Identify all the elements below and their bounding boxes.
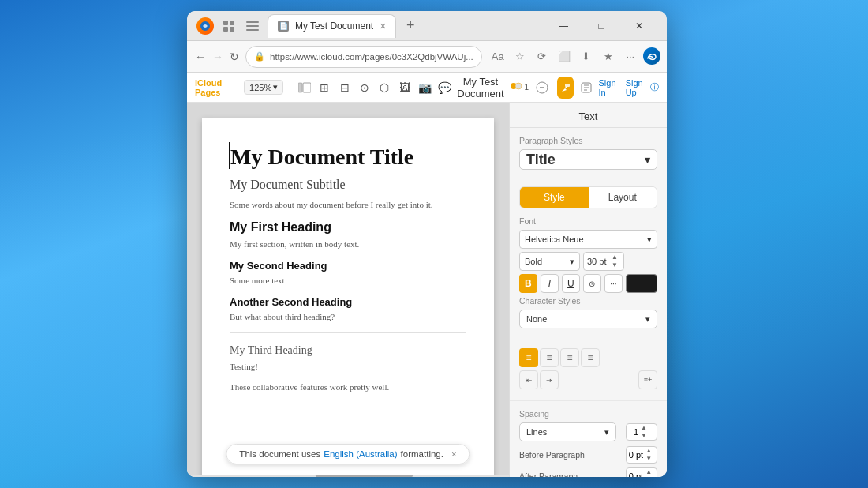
- svg-rect-9: [303, 83, 311, 92]
- more-options-icon[interactable]: ···: [621, 47, 640, 66]
- pages-toolbar: iCloud Pages 125% ▾ ⊞ ⊟ ⊙ ⬡ 🖼 📷 💬 My Tes…: [187, 73, 667, 103]
- more-text-btn[interactable]: ···: [604, 274, 623, 293]
- line-spacing-row: Lines ▾ 1 ▲ ▼: [519, 422, 657, 441]
- section-divider: [230, 332, 466, 333]
- forward-button[interactable]: →: [212, 47, 223, 66]
- url-bar[interactable]: 🔒 https://www.icloud.com/pages/0c3X2Qdbj…: [245, 46, 482, 68]
- spacing-value-control[interactable]: 1 ▲ ▼: [626, 423, 657, 441]
- after-para-down[interactable]: ▼: [643, 476, 654, 477]
- heading-2: My Second Heading: [230, 260, 466, 272]
- sign-in-link[interactable]: Sign In: [598, 78, 615, 97]
- insert-shape-btn[interactable]: ⬡: [377, 77, 392, 98]
- outdent-btn[interactable]: ⇤: [519, 370, 538, 389]
- layout-tab[interactable]: Layout: [589, 187, 657, 208]
- right-panel: Text Paragraph Styles Title ▾ Style Layo…: [509, 103, 667, 477]
- document-page[interactable]: My Document Title My Document Subtitle S…: [202, 118, 494, 475]
- text-color-swatch[interactable]: [626, 274, 657, 293]
- font-name-dropdown[interactable]: Helvetica Neue ▾: [519, 230, 657, 249]
- font-weight-value: Bold: [525, 257, 542, 266]
- document-title-text: My Document Title: [230, 142, 466, 170]
- browser-icon: [196, 17, 214, 35]
- notification-bar: This document uses English (Australia) f…: [226, 444, 470, 464]
- zoom-level: 125%: [249, 83, 271, 92]
- zoom-chevron-icon: ▾: [273, 82, 278, 92]
- before-para-spinners: ▲ ▼: [643, 447, 654, 463]
- after-para-spinners: ▲ ▼: [643, 468, 654, 477]
- document-intro-text: Some words about my document before I re…: [230, 200, 466, 209]
- tab-bar: 📄 My Test Document × +: [268, 14, 539, 38]
- align-right-btn[interactable]: ≡: [560, 348, 579, 367]
- style-layout-section: Style Layout Font Helvetica Neue ▾ Bold: [510, 178, 667, 340]
- bold-button[interactable]: B: [519, 274, 537, 293]
- active-tab[interactable]: 📄 My Test Document ×: [268, 14, 396, 38]
- insert-table-btn[interactable]: ⊟: [337, 77, 352, 98]
- refresh-button[interactable]: ↻: [230, 47, 239, 66]
- underline-button[interactable]: U: [562, 274, 580, 293]
- after-para-up[interactable]: ▲: [643, 468, 654, 476]
- sign-up-link[interactable]: Sign Up: [626, 78, 645, 97]
- spacing-type-dropdown[interactable]: Lines ▾: [519, 422, 616, 441]
- split-view-icon[interactable]: ⬜: [555, 47, 574, 66]
- before-para-down[interactable]: ▼: [643, 455, 654, 463]
- font-weight-dropdown[interactable]: Bold ▾: [519, 252, 580, 271]
- font-size-spinners: ▲ ▼: [609, 253, 620, 269]
- spacing-up[interactable]: ▲: [638, 424, 649, 432]
- icloud-pages-logo: iCloud Pages: [195, 78, 236, 97]
- after-para-label: After Paragraph: [519, 471, 578, 477]
- font-name-row: Helvetica Neue ▾: [519, 230, 657, 249]
- document-title: My Test Document: [457, 76, 503, 99]
- collections-nav-icon[interactable]: ★: [599, 47, 618, 66]
- spacing-spinners: ▲ ▼: [638, 424, 649, 440]
- reader-mode-icon[interactable]: Aa: [488, 47, 507, 66]
- spacing-label: Spacing: [519, 409, 657, 419]
- insert-chart-btn[interactable]: ⊙: [357, 77, 372, 98]
- download-icon[interactable]: ⬇: [577, 47, 596, 66]
- after-para-control[interactable]: 0 pt ▲ ▼: [626, 467, 657, 477]
- before-para-control[interactable]: 0 pt ▲ ▼: [626, 446, 657, 464]
- favorites-icon[interactable]: ☆: [511, 47, 529, 66]
- back-button[interactable]: ←: [195, 47, 206, 66]
- collections-icon[interactable]: [220, 17, 238, 35]
- browser-sync-icon[interactable]: ⟳: [533, 47, 552, 66]
- align-center-btn[interactable]: ≡: [540, 348, 559, 367]
- insert-text-btn[interactable]: ⊞: [316, 77, 331, 98]
- char-styles-dropdown[interactable]: None ▾: [519, 310, 657, 328]
- scroll-thumb[interactable]: [316, 475, 412, 477]
- font-size-up[interactable]: ▲: [609, 253, 620, 261]
- align-left-btn[interactable]: ≡: [519, 348, 538, 367]
- list-indent-btn[interactable]: ≡+: [638, 370, 657, 389]
- notification-close-btn[interactable]: ×: [451, 449, 457, 459]
- remove-collab-btn[interactable]: [532, 77, 552, 98]
- notification-link[interactable]: English (Australia): [324, 449, 397, 459]
- align-justify-btn[interactable]: ≡: [581, 348, 600, 367]
- collab-count: 1: [525, 83, 529, 92]
- strikethrough-button[interactable]: ⊙: [583, 274, 601, 293]
- sidebar-toggle-icon[interactable]: [244, 17, 261, 35]
- font-size-down[interactable]: ▼: [609, 261, 620, 269]
- format-brush-btn[interactable]: [557, 77, 574, 99]
- insert-comment-btn[interactable]: 💬: [437, 77, 452, 98]
- style-tab[interactable]: Style: [520, 187, 589, 208]
- minimize-button[interactable]: —: [545, 14, 582, 38]
- indent-btn[interactable]: ⇥: [540, 370, 559, 389]
- char-styles-value: None: [526, 314, 547, 324]
- document-subtitle: My Document Subtitle: [230, 178, 466, 192]
- document-settings-btn[interactable]: [578, 77, 593, 98]
- insert-media-btn[interactable]: 📷: [417, 77, 432, 98]
- tab-close-btn[interactable]: ×: [380, 21, 386, 32]
- paragraph-styles-dropdown[interactable]: Title ▾: [519, 149, 657, 170]
- italic-button[interactable]: I: [541, 274, 559, 293]
- insert-image-btn[interactable]: 🖼: [397, 77, 412, 98]
- zoom-control[interactable]: 125% ▾: [244, 80, 283, 95]
- spacing-down[interactable]: ▼: [638, 432, 649, 440]
- sidebar-toggle-btn[interactable]: [297, 77, 312, 98]
- document-scroll[interactable]: My Document Title My Document Subtitle S…: [187, 103, 509, 475]
- close-button[interactable]: ✕: [621, 14, 657, 38]
- tab-favicon: 📄: [278, 21, 289, 32]
- new-tab-button[interactable]: +: [399, 15, 421, 37]
- maximize-button[interactable]: □: [583, 14, 619, 38]
- title-bar: 📄 My Test Document × + — □ ✕: [187, 11, 667, 41]
- font-size-control[interactable]: 30 pt ▲ ▼: [583, 252, 624, 271]
- collaborators-btn[interactable]: 1: [509, 82, 529, 93]
- before-para-up[interactable]: ▲: [643, 447, 654, 455]
